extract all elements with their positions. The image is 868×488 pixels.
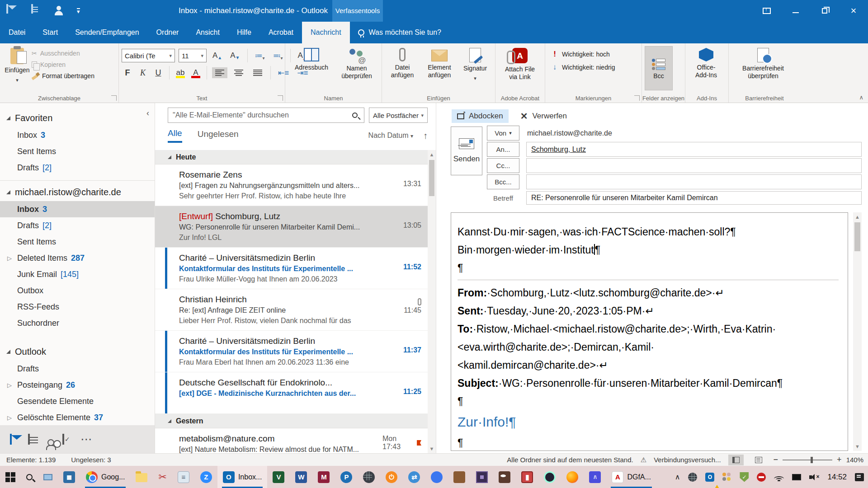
importance-low-button[interactable]: ↓ Wichtigkeit: niedrig bbox=[551, 63, 615, 72]
section-favoriten[interactable]: Favoriten bbox=[0, 109, 155, 127]
list-item-dge[interactable]: Deutsche Gesellschaft für Endokrinolo...… bbox=[155, 372, 428, 414]
list-item-christian-heinrich[interactable]: Christian Heinrich Re: [ext] Anfrage DIE… bbox=[155, 289, 428, 331]
sidebar-item-posteingang[interactable]: ▷Posteingang26 bbox=[0, 377, 155, 393]
tab-ungelesen[interactable]: Ungelesen bbox=[198, 129, 239, 142]
tray-colored-dots[interactable] bbox=[718, 466, 736, 488]
outlook-taskbar-button[interactable]: OInbox... bbox=[217, 466, 267, 488]
cut-button[interactable]: ✂ Ausschneiden bbox=[32, 50, 94, 57]
bcc-toggle-button[interactable]: Bcc bbox=[645, 46, 673, 90]
ribbon-display-options-icon[interactable] bbox=[752, 0, 781, 22]
minimize-folder-pane-icon[interactable]: ‹ bbox=[146, 108, 149, 118]
mail-nav-icon[interactable] bbox=[10, 435, 12, 444]
sidebar-item-fav-drafts[interactable]: Drafts[2] bbox=[0, 160, 155, 176]
calendar-nav-icon[interactable] bbox=[28, 435, 30, 444]
align-right-button[interactable] bbox=[250, 67, 265, 78]
discard-button[interactable]: ✕ Verwerfen bbox=[520, 111, 567, 122]
sidebar-item-outbox[interactable]: Outbox bbox=[0, 282, 155, 299]
list-item-rosemarie-zens[interactable]: Rosemarie Zens [ext] Fragen zu Nahrungse… bbox=[155, 164, 428, 206]
signature-button[interactable]: Signatur ▾ bbox=[459, 46, 491, 82]
tray-outlook-alert[interactable]: O bbox=[701, 466, 718, 488]
tab-datei[interactable]: Datei bbox=[0, 22, 34, 43]
collapse-ribbon-icon[interactable]: ∧ bbox=[859, 94, 863, 101]
align-center-button[interactable] bbox=[231, 67, 246, 78]
sync-app-button[interactable]: ⇄ bbox=[403, 466, 425, 488]
list-item-charite-2[interactable]: Charité – Universitätsmedizin Berlin Kon… bbox=[155, 331, 428, 372]
tab-ordner[interactable]: Ordner bbox=[148, 22, 188, 43]
notepad-button[interactable]: ≡ bbox=[172, 466, 195, 488]
zoom-slider-thumb[interactable] bbox=[811, 457, 813, 463]
importance-high-button[interactable]: ! Wichtigkeit: hoch bbox=[551, 50, 615, 59]
sidebar-item-outlook-drafts[interactable]: Drafts bbox=[0, 361, 155, 377]
to-field[interactable]: Schomburg, Lutz bbox=[526, 142, 862, 157]
ring-app-button[interactable] bbox=[538, 466, 561, 488]
group-header-gestern[interactable]: Gestern bbox=[155, 414, 428, 428]
section-outlook[interactable]: Outlook bbox=[0, 343, 155, 361]
sort-direction-icon[interactable]: ↑ bbox=[423, 131, 428, 141]
zoom-slider[interactable] bbox=[783, 460, 832, 460]
bold-button[interactable]: F bbox=[122, 68, 133, 78]
text-dialog-launcher-icon[interactable] bbox=[278, 95, 283, 101]
align-left-button[interactable] bbox=[212, 67, 227, 78]
bullet-list-button[interactable]: ≔▾ bbox=[253, 50, 267, 61]
file-explorer-button[interactable] bbox=[130, 466, 153, 488]
tray-security-shield[interactable]: ✓ bbox=[736, 466, 753, 488]
cc-button[interactable]: Cc... bbox=[487, 158, 519, 173]
tray-do-not-disturb[interactable] bbox=[753, 466, 770, 488]
grow-font-button[interactable]: A▲ bbox=[210, 50, 224, 61]
shrink-font-button[interactable]: A▼ bbox=[228, 50, 242, 61]
numbered-list-button[interactable]: ≕▾ bbox=[271, 50, 285, 61]
sidebar-item-inbox[interactable]: Inbox3 bbox=[0, 201, 155, 217]
send-receive-icon[interactable] bbox=[6, 5, 18, 17]
attach-via-link-button[interactable]: A Attach Filevia Link bbox=[498, 46, 542, 81]
notification-center-button[interactable] bbox=[851, 466, 868, 488]
start-button[interactable] bbox=[0, 466, 21, 488]
cc-field[interactable] bbox=[526, 158, 862, 173]
address-book-button[interactable]: Adressbuch bbox=[288, 46, 335, 71]
office-addins-button[interactable]: Office-Add-Ins bbox=[688, 46, 724, 79]
mailbox-scope-select[interactable]: Alle Postfächer ▾ bbox=[369, 108, 428, 123]
chip-app-button[interactable] bbox=[471, 466, 493, 488]
zoom-app-button[interactable]: Z bbox=[195, 466, 217, 488]
attach-item-button[interactable]: Element anfügen bbox=[420, 46, 459, 79]
search-input[interactable]: "Alle E-Mail-Elemente" durchsuchen bbox=[168, 108, 364, 123]
openvpn-button[interactable]: ⏻ bbox=[380, 466, 403, 488]
scroll-up-icon[interactable]: ▲ bbox=[853, 212, 862, 221]
check-names-button[interactable]: Namen überprüfen bbox=[335, 46, 378, 80]
zoom-in-icon[interactable]: + bbox=[837, 455, 842, 465]
sidebar-item-fav-inbox[interactable]: Inbox3 bbox=[0, 127, 155, 143]
font-color-button[interactable]: A bbox=[190, 68, 202, 77]
sidebar-item-suchordner[interactable]: Suchordner bbox=[0, 315, 155, 331]
signal-app-button[interactable] bbox=[425, 466, 448, 488]
tray-volume[interactable]: × bbox=[805, 466, 823, 488]
bcc-button[interactable]: Bcc... bbox=[487, 174, 519, 189]
reading-view-button[interactable] bbox=[751, 455, 766, 465]
normal-view-button[interactable] bbox=[728, 455, 744, 465]
scrollbar-thumb[interactable] bbox=[854, 222, 860, 251]
taskbar-clock[interactable]: 14:52 bbox=[823, 466, 851, 488]
copy-button[interactable]: Kopieren bbox=[32, 61, 94, 68]
sidebar-item-drafts[interactable]: Drafts[2] bbox=[0, 217, 155, 234]
sidebar-item-junk-email[interactable]: Junk Email[145] bbox=[0, 266, 155, 282]
document-icon[interactable] bbox=[30, 5, 42, 17]
more-nav-icon[interactable]: ⋯ bbox=[80, 432, 93, 446]
tell-me-box[interactable]: Was möchten Sie tun? bbox=[350, 22, 449, 43]
tab-senden-empfangen[interactable]: Senden/Empfangen bbox=[66, 22, 147, 43]
message-body-editor[interactable]: Kannst·Du·mir·sagen,·was·ich·FACTScience… bbox=[451, 212, 848, 451]
tasks-nav-icon[interactable] bbox=[62, 435, 64, 444]
firefox-button[interactable] bbox=[561, 466, 584, 488]
p-app-button[interactable]: P bbox=[335, 466, 358, 488]
sidebar-item-rss-feeds[interactable]: RSS-Feeds bbox=[0, 299, 155, 315]
font-name-select[interactable]: Calibri (Te ▾ bbox=[122, 49, 175, 62]
sidebar-item-sent-items[interactable]: Sent Items bbox=[0, 234, 155, 250]
scroll-down-icon[interactable]: ▼ bbox=[853, 442, 862, 451]
from-button[interactable]: Von▾ bbox=[487, 126, 519, 141]
attach-file-button[interactable]: Datei anfügen bbox=[385, 46, 420, 79]
accessibility-check-button[interactable]: Barrierefreiheitüberprüfen bbox=[731, 46, 795, 80]
chrome-taskbar-button[interactable]: Goog... bbox=[80, 466, 130, 488]
scroll-down-icon[interactable]: ▼ bbox=[428, 444, 436, 453]
zoom-out-icon[interactable]: − bbox=[774, 455, 778, 465]
customize-quick-access-icon[interactable]: ▾ bbox=[77, 8, 80, 14]
underline-button[interactable]: U bbox=[152, 68, 164, 78]
tab-hilfe[interactable]: Hilfe bbox=[228, 22, 260, 43]
tray-wifi[interactable] bbox=[770, 466, 788, 488]
